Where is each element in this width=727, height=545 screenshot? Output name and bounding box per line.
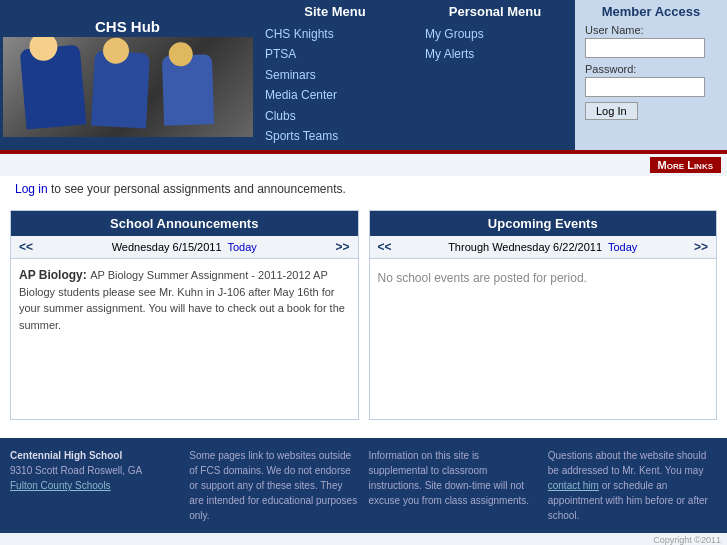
login-notice: Log in to see your personal assignments …: [0, 176, 727, 202]
announcements-body: AP Biology: AP Biology Summer Assignment…: [11, 259, 358, 419]
announcement-item: AP Biology: AP Biology Summer Assignment…: [19, 267, 350, 333]
chs-hero-image: [3, 37, 253, 137]
contact-him-link[interactable]: contact him: [548, 480, 599, 491]
password-label: Password:: [585, 63, 717, 75]
personal-menu-title: Personal Menu: [425, 4, 565, 19]
site-menu-section: Site Menu CHS Knights PTSA Seminars Medi…: [255, 0, 415, 150]
personal-menu-link-alerts[interactable]: My Alerts: [425, 47, 474, 61]
member-access-section: Member Access User Name: Password: Log I…: [575, 0, 727, 150]
site-menu-item: Seminars: [265, 65, 405, 85]
personal-menu-link-groups[interactable]: My Groups: [425, 27, 484, 41]
announcements-today[interactable]: Today: [227, 241, 256, 253]
personal-menu-item: My Alerts: [425, 44, 565, 64]
site-menu-link-media[interactable]: Media Center: [265, 88, 337, 102]
announcements-date-text: Wednesday 6/15/2011: [112, 241, 222, 253]
announcements-nav: << Wednesday 6/15/2011 Today >>: [11, 236, 358, 259]
site-menu-item: Clubs: [265, 106, 405, 126]
site-menu-list: CHS Knights PTSA Seminars Media Center C…: [265, 24, 405, 146]
events-panel: Upcoming Events << Through Wednesday 6/2…: [369, 210, 718, 420]
site-menu-link-sports[interactable]: Sports Teams: [265, 129, 338, 143]
personal-menu-section: Personal Menu My Groups My Alerts: [415, 0, 575, 150]
site-menu-link-knights[interactable]: CHS Knights: [265, 27, 334, 41]
site-menu-link-seminars[interactable]: Seminars: [265, 68, 316, 82]
announcements-date: Wednesday 6/15/2011 Today: [112, 241, 257, 253]
main-content: School Announcements << Wednesday 6/15/2…: [0, 202, 727, 428]
no-events-text: No school events are posted for period.: [378, 271, 587, 285]
player2: [91, 50, 150, 128]
events-next[interactable]: >>: [694, 240, 708, 254]
announcements-header: School Announcements: [11, 211, 358, 236]
copyright: Copyright ©2011: [0, 533, 727, 545]
footer-col-3: Information on this site is supplemental…: [369, 448, 538, 523]
site-menu-link-clubs[interactable]: Clubs: [265, 109, 296, 123]
player1: [19, 44, 86, 129]
footer: Centennial High School 9310 Scott Road R…: [0, 438, 727, 533]
more-links-label: M: [658, 159, 667, 171]
site-menu-item: CHS Knights: [265, 24, 405, 44]
site-menu-title: Site Menu: [265, 4, 405, 19]
footer-col-1: Centennial High School 9310 Scott Road R…: [10, 448, 179, 523]
events-prev[interactable]: <<: [378, 240, 392, 254]
events-body: No school events are posted for period.: [370, 259, 717, 419]
more-links-button[interactable]: More Links: [650, 157, 721, 173]
more-links-bar: More Links: [0, 154, 727, 176]
chs-hub-title: CHS Hub: [95, 14, 160, 37]
football-background: [3, 37, 253, 137]
password-input[interactable]: [585, 77, 705, 97]
more-links-label3: L: [687, 159, 694, 171]
chs-hub-section: CHS Hub: [0, 0, 255, 150]
announcements-next[interactable]: >>: [335, 240, 349, 254]
fcs-link[interactable]: Fulton County Schools: [10, 480, 111, 491]
login-link[interactable]: Log in: [15, 182, 48, 196]
more-links-label4: inks: [694, 159, 713, 171]
announcements-prev[interactable]: <<: [19, 240, 33, 254]
footer-info: Information on this site is supplemental…: [369, 450, 530, 506]
username-input[interactable]: [585, 38, 705, 58]
events-date: Through Wednesday 6/22/2011 Today: [448, 241, 637, 253]
footer-col-4: Questions about the website should be ad…: [548, 448, 717, 523]
events-today[interactable]: Today: [608, 241, 637, 253]
school-name: Centennial High School: [10, 448, 179, 463]
personal-menu-item: My Groups: [425, 24, 565, 44]
player3: [161, 54, 213, 126]
events-date-text: Through Wednesday 6/22/2011: [448, 241, 602, 253]
header: CHS Hub Site Menu CHS Knights PTSA Semin…: [0, 0, 727, 150]
announcements-panel: School Announcements << Wednesday 6/15/2…: [10, 210, 359, 420]
login-notice-text: to see your personal assignments and ann…: [48, 182, 346, 196]
events-header: Upcoming Events: [370, 211, 717, 236]
events-nav: << Through Wednesday 6/22/2011 Today >>: [370, 236, 717, 259]
more-links-label2: ore: [667, 159, 687, 171]
personal-menu-list: My Groups My Alerts: [425, 24, 565, 65]
footer-col-2: Some pages link to websites outside of F…: [189, 448, 358, 523]
announcement-title: AP Biology:: [19, 268, 90, 282]
site-menu-item: Sports Teams: [265, 126, 405, 146]
site-menu-item: Media Center: [265, 85, 405, 105]
footer-contact-pre: Questions about the website should be ad…: [548, 450, 706, 476]
site-menu-item: PTSA: [265, 44, 405, 64]
login-button[interactable]: Log In: [585, 102, 638, 120]
school-address: 9310 Scott Road Roswell, GA: [10, 463, 179, 478]
footer-disclaimer: Some pages link to websites outside of F…: [189, 450, 357, 521]
copyright-text: Copyright ©2011: [653, 535, 721, 545]
username-label: User Name:: [585, 24, 717, 36]
site-menu-link-ptsa[interactable]: PTSA: [265, 47, 296, 61]
member-access-title: Member Access: [585, 4, 717, 19]
